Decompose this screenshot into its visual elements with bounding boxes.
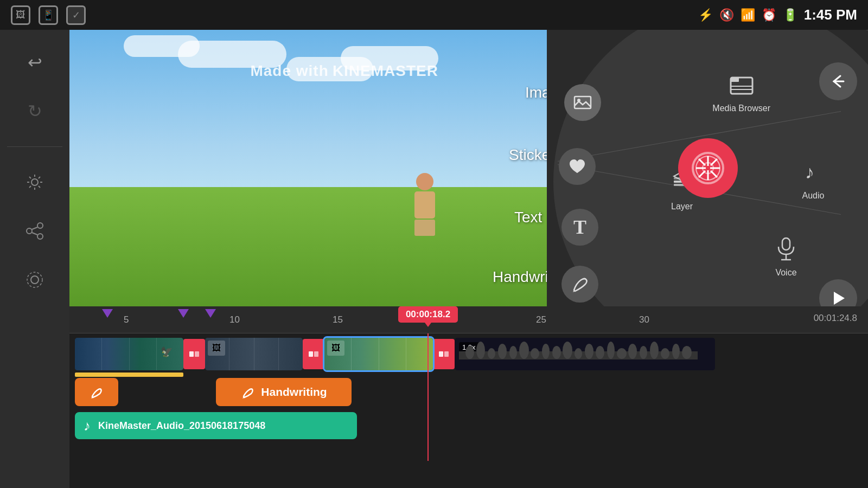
person-torso (414, 191, 435, 219)
media-browser-icon (728, 73, 755, 100)
mute-icon: 🔇 (719, 8, 734, 22)
back-button[interactable] (819, 62, 857, 100)
app-icon-tablet: 📱 (39, 5, 58, 25)
handwriting-label: Handwriting (261, 386, 327, 399)
person-legs (414, 220, 435, 236)
layer-label: Layer (671, 202, 693, 211)
transition-1-icon (188, 348, 200, 360)
svg-point-82 (682, 346, 692, 359)
end-time: 00:01:24.8 (814, 313, 857, 324)
watermark: Made with KINEMASTER (250, 62, 438, 80)
undo-button[interactable]: ↩ (18, 46, 51, 79)
menu-handwriting-label: Handwriting (493, 268, 547, 286)
segment-audio[interactable]: ♪ Audio (802, 160, 825, 201)
playhead-line (427, 333, 429, 461)
person-body (414, 173, 435, 236)
svg-rect-25 (782, 238, 790, 250)
effects-button[interactable] (18, 166, 51, 198)
video-clip-2[interactable]: 🖼 (205, 338, 303, 370)
svg-point-67 (519, 342, 529, 359)
status-bar: 🖼 📱 ✓ ⚡ 🔇 📶 ⏰ 🔋 1:45 PM (0, 0, 868, 30)
handwriting-btn-2[interactable]: Handwriting (216, 378, 352, 406)
ruler-mark-5: 5 (124, 314, 129, 325)
redo-button[interactable]: ↻ (18, 95, 51, 127)
record-inner (692, 152, 724, 184)
svg-point-81 (672, 344, 680, 359)
audio-track-label: KineMaster_Audio_20150618175048 (98, 420, 265, 432)
segment-voice[interactable]: Voice (775, 236, 797, 278)
svg-rect-55 (189, 351, 194, 357)
timeline-ruler: 5 10 15 20 25 30 00:00:18.2 00:01:24.8 (69, 306, 868, 333)
settings-button[interactable] (18, 264, 51, 296)
watermark-brand: KINEMASTER (333, 62, 438, 79)
ruler-mark-15: 15 (333, 314, 343, 325)
svg-point-72 (575, 348, 582, 359)
svg-rect-56 (195, 351, 199, 357)
audio-track: ♪ KineMaster_Audio_20150618175048 (69, 409, 868, 442)
image-icon-circle[interactable] (564, 84, 601, 121)
yellow-progress-bar (75, 373, 183, 377)
transition-3-icon (438, 348, 450, 360)
sticker-heart-icon (567, 157, 587, 176)
svg-marker-41 (834, 292, 845, 305)
svg-rect-17 (731, 78, 739, 82)
svg-point-73 (585, 344, 593, 359)
text-icon-circle[interactable]: T (561, 209, 598, 246)
sidebar-divider-1 (7, 146, 62, 147)
playhead-marker: 00:00:18.2 (427, 306, 429, 333)
image-icon (573, 93, 592, 112)
svg-point-15 (27, 272, 42, 287)
svg-point-74 (596, 346, 604, 359)
svg-point-0 (31, 179, 38, 185)
handwriting-btn-1[interactable] (75, 378, 118, 406)
svg-line-5 (29, 177, 31, 178)
share-button[interactable] (18, 215, 51, 247)
svg-rect-60 (444, 351, 449, 357)
sticker-icon-circle[interactable] (559, 148, 596, 185)
svg-point-76 (617, 348, 627, 359)
preview-area: Made with KINEMASTER Image Sticker Text … (69, 30, 547, 306)
svg-rect-59 (439, 351, 443, 357)
svg-line-8 (29, 186, 31, 188)
preview-person (400, 171, 449, 236)
back-icon (828, 72, 848, 91)
svg-point-75 (607, 342, 615, 359)
video-clip-1[interactable]: 🖼 🦅 (75, 338, 183, 370)
svg-point-66 (509, 346, 517, 359)
menu-sticker-label: Sticker (509, 146, 547, 164)
marker-3 (205, 309, 216, 318)
transition-3[interactable] (433, 339, 455, 369)
record-button[interactable] (678, 138, 738, 198)
segment-media-browser[interactable]: Media Browser (712, 73, 770, 113)
media-browser-label: Media Browser (712, 104, 770, 113)
ruler-mark-25: 25 (536, 314, 546, 325)
svg-point-11 (37, 234, 43, 239)
svg-line-6 (39, 186, 40, 188)
video-clip-long[interactable]: 1.0x (455, 338, 715, 370)
menu-text-label: Text (514, 209, 542, 226)
timeline-tracks: 🖼 🦅 (69, 333, 868, 461)
transition-2[interactable] (303, 339, 324, 369)
left-sidebar: ↩ ↻ (0, 30, 69, 488)
audio-clip[interactable]: ♪ KineMaster_Audio_20150618175048 (75, 412, 357, 439)
svg-point-70 (552, 346, 561, 359)
svg-point-63 (476, 342, 485, 359)
ruler-mark-10: 10 (229, 314, 240, 325)
current-time: 00:00:18.2 (398, 306, 458, 323)
svg-point-80 (661, 348, 669, 359)
battery-icon: 🔋 (783, 8, 797, 22)
svg-line-7 (39, 177, 40, 178)
handwriting-icon-circle[interactable] (561, 266, 598, 303)
audio-label: Audio (802, 191, 825, 201)
video-clip-3[interactable]: 🖼 (324, 338, 433, 370)
transition-1[interactable] (183, 339, 205, 369)
svg-point-78 (640, 346, 647, 359)
video-waveform (459, 341, 698, 368)
svg-point-64 (488, 348, 495, 359)
menu-image-label: Image (525, 84, 547, 101)
marker-1 (102, 309, 113, 318)
playhead-triangle (425, 323, 431, 327)
svg-point-68 (531, 348, 539, 359)
watermark-made-with: Made with (250, 62, 328, 79)
voice-icon (775, 236, 797, 265)
